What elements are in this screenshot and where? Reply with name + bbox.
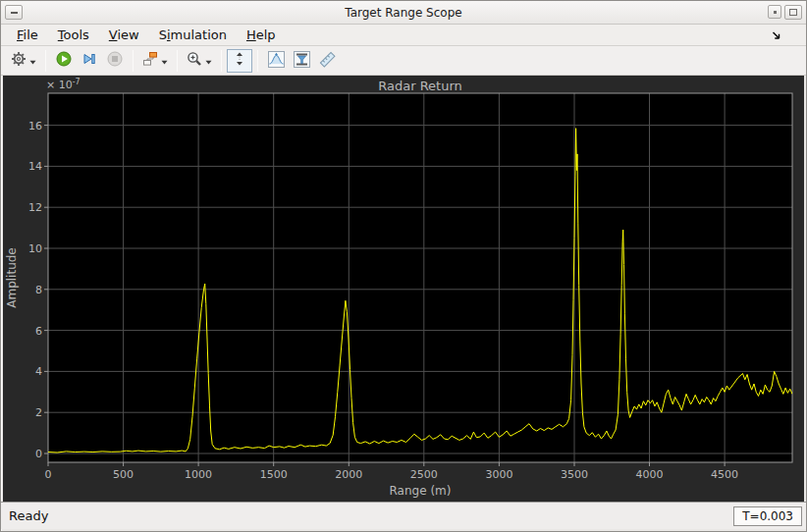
highlight-simulink-block-button[interactable] [138,49,172,73]
minimize-icon [11,12,18,14]
svg-text:3500: 3500 [561,468,588,481]
peak-finder-icon [268,51,285,71]
stop-button[interactable] [102,49,128,73]
step-forward-button[interactable] [77,49,102,73]
restore-icon [774,11,777,14]
play-icon [56,51,72,70]
svg-text:4500: 4500 [711,468,738,481]
gear-icon [11,51,27,70]
signal-statistics-button[interactable] [314,49,340,73]
dock-arrow-icon[interactable] [771,29,782,41]
svg-text:1000: 1000 [185,468,212,481]
titlebar[interactable]: Target Range Scope [1,1,806,25]
svg-text:2000: 2000 [335,468,362,481]
svg-text:1500: 1500 [260,468,288,481]
x-axis-label: Range (m) [390,484,452,498]
step-forward-icon [81,51,97,70]
cursor-measurements-icon [294,51,310,71]
plot-title: Radar Return [378,79,462,93]
svg-text:4: 4 [35,365,42,378]
y-axis-multiplier: × 10-7 [46,78,81,91]
svg-text:6: 6 [35,325,42,338]
zoom-in-icon [187,51,202,70]
status-message: Ready [9,508,48,523]
status-bar: Ready T=0.003 [1,502,806,529]
ruler-icon [319,51,336,71]
menu-bar: FileToolsViewSimulationHelp [1,25,806,46]
toolbar-separator [133,50,134,72]
maximize-icon [789,9,797,16]
run-button[interactable] [51,49,77,73]
svg-text:14: 14 [28,160,42,173]
window-title: Target Range Scope [1,6,806,20]
stop-icon [107,51,123,70]
svg-text:2: 2 [35,406,42,419]
menu-tools[interactable]: Tools [48,26,99,44]
svg-text:16: 16 [28,120,42,133]
toolbar-separator [257,50,258,72]
svg-text:0: 0 [35,448,42,460]
restore-button[interactable] [768,5,781,19]
menu-file[interactable]: File [7,26,48,44]
toolbar-separator [45,50,46,72]
svg-text:0: 0 [45,468,52,481]
y-axis-label: Amplitude [5,247,19,308]
caret-down-icon [161,53,168,68]
caret-down-icon [205,53,212,68]
cursor-measurements-button[interactable] [289,49,314,73]
fit-vertical-icon [232,51,247,70]
svg-text:500: 500 [113,468,134,481]
menu-simulation[interactable]: Simulation [149,26,237,44]
toolbar-separator [221,50,222,72]
caret-down-icon [29,53,36,68]
zoom-button[interactable] [183,49,216,73]
svg-text:12: 12 [28,201,42,214]
simulation-time-readout: T=0.003 [733,506,802,526]
svg-text:2500: 2500 [410,468,438,481]
menu-view[interactable]: View [99,26,149,44]
peak-finder-button[interactable] [263,49,289,73]
scope-window: Target Range Scope FileToolsViewSimulati… [0,0,807,532]
scope-canvas[interactable]: 0246810121416050010001500200025003000350… [3,76,804,502]
settings-button[interactable] [7,49,40,73]
svg-text:8: 8 [35,284,42,296]
svg-text:3000: 3000 [485,468,512,481]
svg-text:4000: 4000 [636,468,664,481]
scale-y-axis-button[interactable] [227,49,252,73]
simulink-block-icon [142,51,158,70]
svg-text:10: 10 [28,242,42,255]
minimize-button[interactable] [5,5,23,20]
toolbar [1,46,806,76]
menu-help[interactable]: Help [237,26,286,44]
maximize-button[interactable] [784,5,802,20]
toolbar-separator [177,50,178,72]
